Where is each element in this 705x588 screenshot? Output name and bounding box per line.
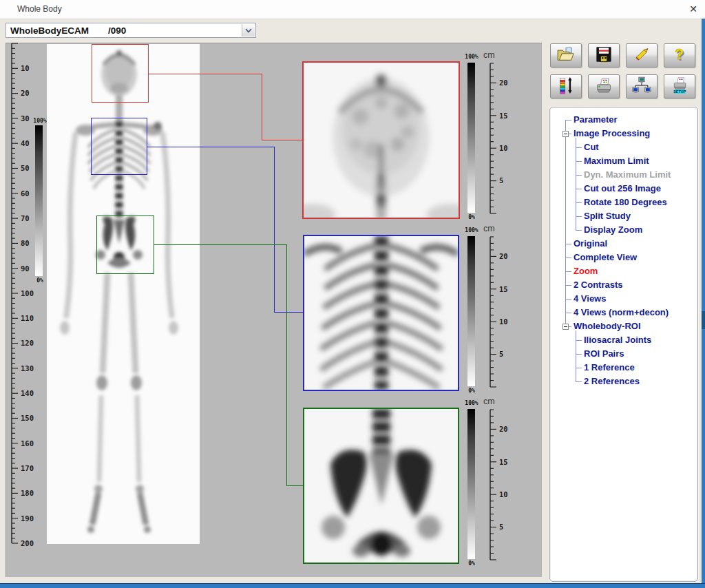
pelvis-region-box[interactable] (96, 216, 154, 274)
svg-text:5: 5 (499, 350, 503, 358)
svg-text:120: 120 (21, 339, 34, 347)
svg-text:170: 170 (21, 464, 34, 472)
expand-toggle-icon[interactable] (562, 324, 569, 330)
tree-connector-line (576, 381, 582, 382)
tree-item-display-zoom[interactable]: Display Zoom (584, 223, 642, 237)
help-button[interactable]: ?? (664, 43, 695, 67)
svg-text:50: 50 (21, 164, 30, 172)
open-button[interactable] (550, 43, 582, 67)
svg-text:80: 80 (21, 239, 30, 247)
head-colorbar-max-label: 100% (461, 54, 483, 60)
svg-text:130: 130 (21, 364, 34, 372)
pelvis-zoom-image (303, 408, 459, 564)
tree-connector-line (576, 354, 582, 355)
thorax-region-box[interactable] (91, 118, 147, 175)
svg-text:15: 15 (499, 112, 508, 120)
tree-item-original[interactable]: Original (574, 237, 607, 251)
printer-setup-button[interactable]: SETUP (664, 74, 695, 98)
tree-item-2-contrasts[interactable]: 2 Contrasts (574, 278, 623, 292)
svg-text:15: 15 (499, 285, 508, 293)
svg-text:10: 10 (499, 490, 508, 498)
tree-item-parameter[interactable]: Parameter (574, 113, 618, 127)
svg-text:60: 60 (21, 189, 30, 198)
tree-connector-line (565, 285, 571, 286)
svg-text:5: 5 (499, 523, 503, 531)
tree-connector-line (565, 120, 571, 120)
tree-connector-line (576, 175, 582, 176)
tree-connector-line (576, 368, 582, 368)
svg-text:cm: cm (483, 50, 495, 60)
tree-item-zoom[interactable]: Zoom (574, 264, 598, 278)
edit-button[interactable] (626, 43, 657, 67)
thorax-connector-line (274, 147, 275, 313)
tree-connector-line (576, 161, 582, 162)
svg-text:190: 190 (21, 514, 34, 523)
tree-item-2-references[interactable]: 2 References (584, 375, 640, 388)
tree-item-complete-view[interactable]: Complete View (574, 251, 637, 264)
thorax-connector-line (147, 147, 274, 147)
svg-text:15: 15 (499, 458, 508, 466)
network-print-button[interactable] (626, 74, 657, 98)
tree-connector-line (565, 258, 571, 258)
thorax-colorbar (467, 236, 475, 386)
pelvis-connector-line (154, 244, 286, 245)
tree-item-4-views[interactable]: 4 Views (574, 292, 606, 306)
study-code: /090 (108, 25, 126, 36)
svg-text:180: 180 (21, 489, 34, 497)
study-name: WholeBodyECAM (10, 25, 89, 36)
pelvis-connector-line (286, 244, 287, 486)
svg-text:10: 10 (499, 144, 508, 152)
printer-setup-icon: SETUP (669, 76, 690, 97)
head-region-box[interactable] (92, 44, 149, 103)
window-border-right (702, 19, 705, 588)
tree-connector-line (576, 189, 582, 189)
tree-item-wholebody-roi[interactable]: Wholebody-ROI (574, 319, 641, 333)
tree-item-cut-out-256-image[interactable]: Cut out 256 Image (584, 182, 661, 196)
tree-item-1-reference[interactable]: 1 Reference (584, 361, 635, 375)
svg-text:?: ? (675, 46, 684, 63)
svg-text:100: 100 (21, 289, 34, 297)
expand-toggle-icon[interactable] (562, 131, 569, 137)
tree-connector-line (576, 330, 576, 381)
open-folder-icon (556, 45, 576, 66)
tree-item-cut[interactable]: Cut (584, 140, 599, 154)
color-scale-icon (556, 76, 576, 97)
tree-item-maximum-limit[interactable]: Maximum Limit (584, 154, 649, 168)
tree-item-dyn-maximum-limit[interactable]: Dyn. Maximum Limit (584, 168, 671, 182)
whole-body-window: Whole Body ✕ WholeBodyECAM /090 10203040… (0, 0, 705, 588)
tree-connector-line (565, 271, 571, 272)
svg-text:160: 160 (21, 439, 34, 448)
chevron-down-icon[interactable] (242, 24, 255, 36)
study-selector-combobox[interactable]: WholeBodyECAM /090 (6, 23, 256, 38)
close-icon[interactable]: ✕ (686, 2, 700, 16)
tree-connector-line (576, 230, 582, 231)
window-title: Whole Body (17, 4, 62, 14)
tree-item-split-study[interactable]: Split Study (584, 209, 631, 223)
tree-item-rotate-180-degrees[interactable]: Rotate 180 Degrees (584, 196, 667, 209)
pencil-icon (631, 45, 652, 66)
svg-text:70: 70 (21, 214, 30, 222)
thorax-colorbar-min-label: 0% (461, 388, 483, 394)
svg-text:110: 110 (21, 314, 34, 322)
color-scale-button[interactable] (550, 74, 582, 98)
print-button[interactable] (588, 74, 620, 98)
head-connector-line (262, 74, 262, 140)
tree-item-4-views-norm-decon[interactable]: 4 Views (norm+decon) (574, 306, 669, 319)
toolbar: ??SETUP (549, 43, 698, 99)
printer-icon (593, 76, 614, 97)
tree-item-roi-pairs[interactable]: ROI Pairs (584, 347, 624, 361)
svg-text:40: 40 (21, 139, 30, 147)
svg-text:150: 150 (21, 414, 34, 422)
tree-item-iliosacral-joints[interactable]: Iliosacral Joints (584, 333, 651, 347)
head-connector-line (262, 140, 303, 140)
tree-item-image-processing[interactable]: Image Processing (574, 127, 650, 140)
svg-text:30: 30 (21, 114, 30, 123)
svg-text:SETUP: SETUP (673, 89, 686, 93)
svg-text:cm: cm (483, 397, 495, 406)
head-colorbar-min-label: 0% (461, 214, 483, 220)
network-printer-icon (631, 76, 652, 97)
window-border-notch (702, 311, 705, 329)
svg-text:20: 20 (21, 89, 30, 97)
save-button[interactable] (588, 43, 620, 67)
thorax-cm-ruler: cm2015105 (482, 222, 515, 392)
